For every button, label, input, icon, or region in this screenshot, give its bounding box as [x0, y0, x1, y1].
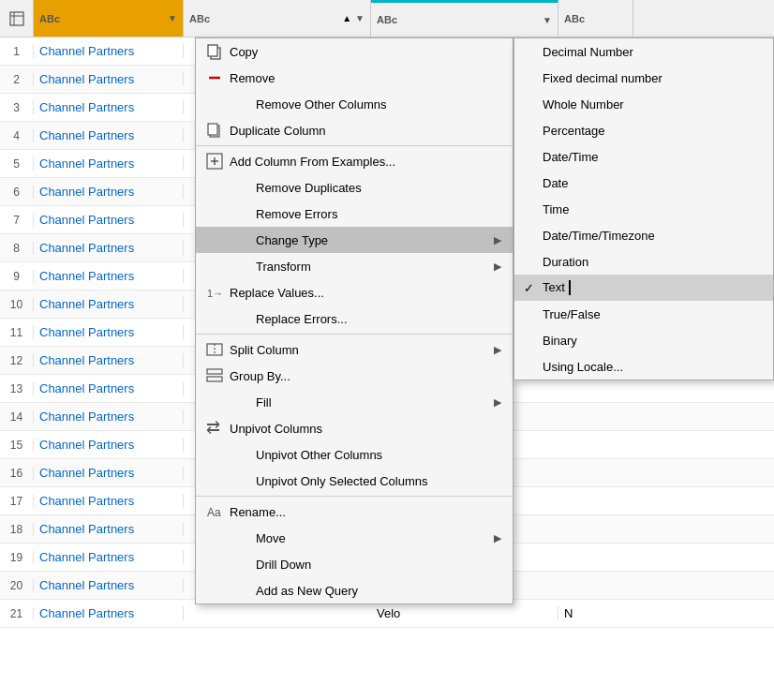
submenu-item-decimal-number[interactable]: Decimal Number	[514, 38, 773, 65]
menu-item-unpivot-only-selected[interactable]: Unpivot Only Selected Columns	[196, 468, 513, 494]
cell-segment: Channel Partners	[34, 156, 184, 171]
menu-item-duplicate-column[interactable]: Duplicate Column	[196, 117, 513, 143]
cell-segment: Channel Partners	[34, 353, 184, 367]
submenu-item-binary[interactable]: Binary	[514, 327, 773, 353]
cell-index: 3	[0, 101, 34, 114]
menu-item-fill[interactable]: Fill▶	[196, 389, 513, 415]
submenu-item-datetime[interactable]: Date/Time	[514, 143, 773, 170]
submenu-item-true-false[interactable]: True/False	[514, 301, 773, 327]
submenu-label-text: Text	[543, 280, 578, 296]
cell-index: 4	[0, 129, 34, 142]
menu-separator	[196, 145, 513, 146]
col-dropdown-segment[interactable]: ▼	[168, 13, 177, 23]
cell-index: 16	[0, 467, 34, 480]
cell-segment: Channel Partners	[34, 241, 184, 255]
menu-item-copy[interactable]: Copy	[196, 38, 513, 65]
menu-item-drill-down[interactable]: Drill Down	[196, 551, 513, 577]
cell-segment: Channel Partners	[34, 213, 184, 227]
cell-segment: Channel Partners	[34, 381, 184, 395]
cell-index: 8	[0, 242, 34, 255]
menu-item-replace-errors[interactable]: Replace Errors...	[196, 305, 513, 332]
col-header-product[interactable]: ABc ▼	[371, 0, 558, 37]
submenu-arrow: ▶	[494, 396, 501, 409]
menu-item-replace-values[interactable]: 1→2Replace Values...	[196, 279, 513, 305]
menu-item-add-column-from-examples[interactable]: Add Column From Examples...	[196, 148, 513, 174]
cell-index: 1	[0, 45, 34, 58]
menu-item-split-column[interactable]: Split Column▶	[196, 336, 513, 363]
menu-label-group-by: Group By...	[230, 369, 501, 383]
cell-segment: Channel Partners	[34, 325, 184, 339]
submenu-label-true-false: True/False	[543, 307, 601, 321]
svg-rect-0	[10, 12, 23, 25]
cell-segment: Channel Partners	[34, 269, 184, 283]
svg-text:⇄: ⇄	[206, 420, 220, 437]
menu-label-transform: Transform	[230, 260, 494, 274]
cell-segment: Channel Partners	[34, 578, 184, 592]
submenu-label-binary: Binary	[543, 334, 577, 348]
svg-text:1→2: 1→2	[207, 288, 223, 299]
menu-label-rename: Rename...	[230, 505, 501, 519]
submenu-arrow: ▶	[494, 234, 501, 246]
menu-item-unpivot-columns[interactable]: ⇄Unpivot Columns	[196, 415, 513, 441]
cell-segment: Channel Partners	[34, 72, 184, 86]
menu-item-remove-duplicates[interactable]: Remove Duplicates	[196, 174, 513, 201]
menu-item-unpivot-other-columns[interactable]: Unpivot Other Columns	[196, 441, 513, 468]
submenu-item-using-locale[interactable]: Using Locale...	[514, 353, 773, 380]
svg-rect-14	[207, 369, 222, 374]
submenu-change-type: Decimal NumberFixed decimal numberWhole …	[514, 37, 774, 380]
col-header-segment[interactable]: ABc ▼	[34, 0, 184, 37]
svg-text:Aa: Aa	[207, 506, 221, 519]
menu-item-remove[interactable]: Remove	[196, 65, 513, 91]
col-header-last[interactable]: ABc	[558, 0, 633, 37]
col-dropdown-product[interactable]: ▼	[543, 15, 552, 25]
svg-rect-7	[208, 124, 217, 135]
cell-segment: Channel Partners	[34, 410, 184, 424]
submenu-item-fixed-decimal[interactable]: Fixed decimal number	[514, 65, 773, 91]
menu-label-duplicate-column: Duplicate Column	[230, 124, 501, 138]
menu-label-replace-values: Replace Values...	[230, 286, 501, 300]
menu-label-remove-duplicates: Remove Duplicates	[230, 181, 501, 195]
menu-item-group-by[interactable]: Group By...	[196, 363, 513, 389]
cursor-indicator	[569, 280, 578, 295]
submenu-item-text[interactable]: ✓Text	[514, 275, 773, 301]
cell-segment: Channel Partners	[34, 494, 184, 508]
submenu-item-datetime-timezone[interactable]: Date/Time/Timezone	[514, 222, 773, 248]
submenu-item-whole-number[interactable]: Whole Number	[514, 91, 773, 117]
cell-index: 20	[0, 579, 34, 592]
submenu-item-date[interactable]: Date	[514, 170, 773, 196]
col-sort-middle: ▲	[342, 13, 351, 23]
submenu-item-percentage[interactable]: Percentage	[514, 117, 773, 143]
menu-item-transform[interactable]: Transform▶	[196, 253, 513, 279]
cell-index: 14	[0, 410, 34, 424]
menu-item-change-type[interactable]: Change Type▶	[196, 227, 513, 253]
cell-index: 10	[0, 298, 34, 311]
cell-segment: Channel Partners	[34, 438, 184, 452]
cell-index: 5	[0, 157, 34, 171]
menu-label-unpivot-other-columns: Unpivot Other Columns	[230, 448, 501, 462]
menu-separator	[196, 334, 513, 335]
col-dropdown-middle[interactable]: ▼	[355, 13, 365, 23]
menu-label-unpivot-columns: Unpivot Columns	[230, 422, 501, 436]
menu-item-remove-other-columns[interactable]: Remove Other Columns	[196, 91, 513, 117]
submenu-label-time: Time	[543, 202, 569, 216]
cell-index: 12	[0, 354, 34, 367]
menu-item-remove-errors[interactable]: Remove Errors	[196, 201, 513, 227]
submenu-item-duration[interactable]: Duration	[514, 248, 773, 275]
submenu-label-fixed-decimal: Fixed decimal number	[543, 71, 662, 85]
menu-item-add-as-new-query[interactable]: Add as New Query	[196, 577, 513, 603]
menu-label-add-as-new-query: Add as New Query	[230, 584, 501, 598]
submenu-item-time[interactable]: Time	[514, 196, 773, 222]
cell-index: 2	[0, 73, 34, 86]
menu-item-rename[interactable]: AaRename...	[196, 499, 513, 525]
split-column-icon	[203, 341, 226, 358]
cell-index: 9	[0, 270, 34, 283]
col-header-middle[interactable]: ABc ▲ ▼	[184, 0, 371, 37]
cell-segment: Channel Partners	[34, 185, 184, 199]
rename-icon: Aa	[203, 503, 226, 520]
submenu-label-duration: Duration	[543, 255, 588, 269]
menu-item-move[interactable]: Move▶	[196, 525, 513, 551]
cell-segment: Channel Partners	[34, 466, 184, 480]
cell-segment: Channel Partners	[34, 297, 184, 311]
remove-icon	[203, 70, 226, 85]
cell-segment: Channel Partners	[34, 606, 184, 620]
